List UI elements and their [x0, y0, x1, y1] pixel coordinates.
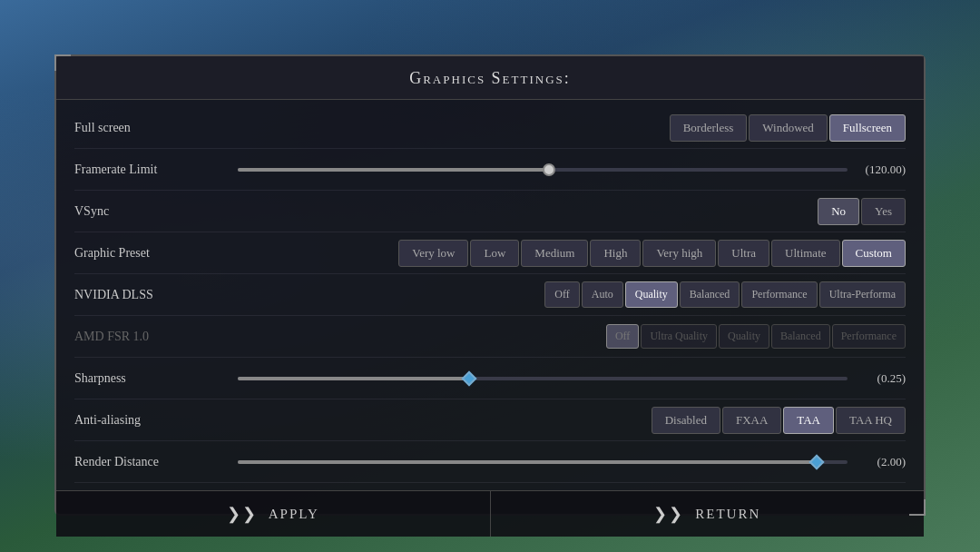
antialiasing-btn-group: Disabled FXAA TAA TAA HQ — [652, 407, 906, 434]
vsync-controls: No Yes — [220, 198, 906, 225]
graphics-settings-panel: Graphics Settings: Full screen Borderles… — [54, 54, 926, 516]
dlss-btn-group: Off Auto Quality Balanced Performance Ul… — [544, 281, 906, 308]
antialiasing-controls: Disabled FXAA TAA TAA HQ — [220, 407, 906, 434]
antialiasing-row: Anti-aliasing Disabled FXAA TAA TAA HQ — [74, 399, 906, 441]
framerate-slider-thumb[interactable] — [543, 163, 555, 176]
apply-icon: ❯❯ — [227, 504, 258, 524]
dlss-row: NVIDIA DLSS Off Auto Quality Balanced Pe… — [74, 274, 906, 316]
preset-label: Graphic Preset — [74, 246, 220, 261]
fsr-ultraquality-btn[interactable]: Ultra Quality — [641, 324, 717, 349]
aa-taa-btn[interactable]: TAA — [783, 407, 834, 434]
dlss-ultraperf-btn[interactable]: Ultra-Performa — [819, 281, 906, 308]
return-icon: ❯❯ — [653, 504, 684, 524]
fsr-quality-btn[interactable]: Quality — [719, 324, 769, 349]
sharpness-row: Sharpness (0.25) — [74, 358, 906, 399]
render-distance-label: Render Distance — [74, 455, 220, 469]
aa-taahq-btn[interactable]: TAA HQ — [836, 407, 906, 434]
render-distance-row: Render Distance (2.00) — [74, 441, 906, 483]
framerate-controls: (120.00) — [220, 163, 906, 177]
render-distance-slider-container — [238, 460, 848, 464]
preset-row: Graphic Preset Very low Low Medium High … — [74, 232, 906, 274]
vsync-no-btn[interactable]: No — [818, 198, 859, 225]
antialiasing-label: Anti-aliasing — [74, 413, 220, 428]
preset-low-btn[interactable]: Low — [470, 240, 519, 267]
fullscreen-borderless-btn[interactable]: Borderless — [670, 114, 748, 142]
sharpness-slider-container — [238, 377, 848, 380]
preset-custom-btn[interactable]: Custom — [842, 240, 906, 267]
return-label: Return — [695, 507, 760, 522]
preset-controls: Very low Low Medium High Very high Ultra… — [220, 240, 906, 267]
framerate-slider-fill — [238, 168, 549, 172]
render-distance-value: (2.00) — [851, 455, 906, 469]
framerate-slider-track[interactable] — [238, 168, 848, 172]
apply-button[interactable]: ❯❯ Apply — [56, 491, 490, 537]
vsync-row: VSync No Yes — [74, 191, 906, 232]
preset-btn-group: Very low Low Medium High Very high Ultra… — [398, 240, 906, 267]
aa-fxaa-btn[interactable]: FXAA — [722, 407, 781, 434]
fsr-controls: Off Ultra Quality Quality Balanced Perfo… — [220, 324, 906, 349]
sharpness-slider-track[interactable] — [238, 377, 848, 380]
dlss-off-btn[interactable]: Off — [544, 281, 579, 308]
vsync-yes-btn[interactable]: Yes — [861, 198, 906, 225]
fsr-off-btn[interactable]: Off — [606, 324, 639, 349]
fullscreen-label: Full screen — [74, 121, 220, 135]
preset-medium-btn[interactable]: Medium — [521, 240, 588, 267]
framerate-value: (120.00) — [851, 163, 906, 177]
vsync-btn-group: No Yes — [818, 198, 906, 225]
fsr-row: AMD FSR 1.0 Off Ultra Quality Quality Ba… — [74, 316, 906, 358]
preset-verylow-btn[interactable]: Very low — [398, 240, 468, 267]
sharpness-value: (0.25) — [851, 371, 906, 386]
fullscreen-btn-group: Borderless Windowed Fullscreen — [670, 114, 906, 142]
preset-high-btn[interactable]: High — [590, 240, 641, 267]
vsync-label: VSync — [74, 204, 220, 219]
render-distance-slider-fill — [238, 460, 817, 464]
fullscreen-row: Full screen Borderless Windowed Fullscre… — [74, 107, 906, 149]
sharpness-label: Sharpness — [74, 371, 220, 386]
fsr-performance-btn[interactable]: Performance — [832, 324, 906, 349]
dlss-auto-btn[interactable]: Auto — [582, 281, 623, 308]
dlss-controls: Off Auto Quality Balanced Performance Ul… — [220, 281, 906, 308]
dlss-quality-btn[interactable]: Quality — [625, 281, 678, 308]
fsr-btn-group: Off Ultra Quality Quality Balanced Perfo… — [606, 324, 906, 349]
preset-ultimate-btn[interactable]: Ultimate — [771, 240, 840, 267]
sharpness-slider-fill — [238, 377, 469, 380]
panel-title: Graphics Settings: — [56, 56, 924, 100]
return-button[interactable]: ❯❯ Return — [490, 491, 925, 537]
render-distance-slider-track[interactable] — [238, 460, 848, 464]
fsr-balanced-btn[interactable]: Balanced — [771, 324, 830, 349]
render-distance-controls: (2.00) — [220, 455, 906, 469]
framerate-row: Framerate Limit (120.00) — [74, 149, 906, 191]
fsr-label: AMD FSR 1.0 — [74, 330, 220, 344]
sharpness-controls: (0.25) — [220, 371, 906, 386]
render-distance-slider-thumb[interactable] — [809, 454, 825, 469]
preset-ultra-btn[interactable]: Ultra — [718, 240, 769, 267]
settings-area: Full screen Borderless Windowed Fullscre… — [56, 100, 924, 490]
preset-veryhigh-btn[interactable]: Very high — [642, 240, 716, 267]
apply-label: Apply — [269, 507, 319, 522]
framerate-slider-container — [238, 168, 848, 172]
fullscreen-controls: Borderless Windowed Fullscreen — [220, 114, 906, 142]
sharpness-slider-thumb[interactable] — [462, 370, 477, 386]
dlss-balanced-btn[interactable]: Balanced — [680, 281, 740, 308]
dlss-label: NVIDIA DLSS — [74, 288, 220, 302]
fullscreen-fullscreen-btn[interactable]: Fullscreen — [829, 114, 906, 142]
framerate-label: Framerate Limit — [74, 163, 220, 177]
aa-disabled-btn[interactable]: Disabled — [652, 407, 720, 434]
fullscreen-windowed-btn[interactable]: Windowed — [749, 114, 828, 142]
dlss-performance-btn[interactable]: Performance — [741, 281, 817, 308]
footer: ❯❯ Apply ❯❯ Return — [56, 490, 924, 537]
